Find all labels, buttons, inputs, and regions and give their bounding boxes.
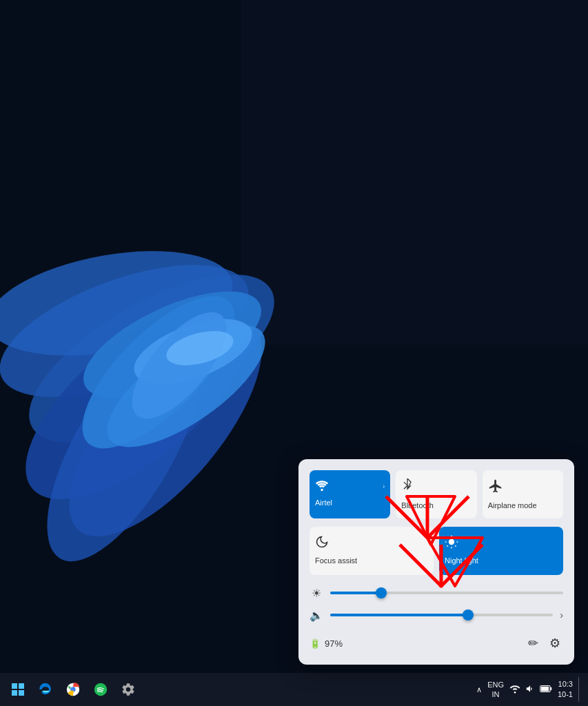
chrome-icon[interactable] — [61, 677, 85, 702]
taskbar: ∧ ENG IN — [0, 673, 588, 706]
night-light-icon — [445, 535, 458, 552]
svg-rect-21 — [19, 683, 24, 689]
airplane-toggle[interactable]: Airplane mode — [483, 470, 563, 518]
tray-wifi-icon[interactable] — [509, 684, 520, 696]
edge-icon[interactable] — [33, 677, 58, 702]
wifi-icon — [315, 478, 329, 494]
svg-rect-20 — [12, 683, 17, 689]
focus-icon — [315, 535, 329, 552]
battery-icon: 🔋 — [310, 638, 321, 649]
svg-rect-1 — [241, 0, 588, 345]
battery-info: 🔋 97% — [310, 638, 343, 649]
show-desktop-button[interactable] — [578, 677, 582, 702]
brightness-track[interactable] — [330, 592, 563, 594]
volume-fill — [330, 614, 468, 616]
volume-chevron[interactable]: › — [560, 609, 563, 621]
taskbar-right: ∧ ENG IN — [476, 677, 582, 702]
date-display: 10-1 — [558, 689, 573, 700]
bluetooth-icon — [401, 478, 414, 497]
svg-point-27 — [514, 692, 516, 694]
volume-icon: 🔈 — [310, 609, 323, 622]
svg-rect-22 — [12, 690, 17, 696]
svg-rect-23 — [19, 690, 24, 696]
panel-actions: ✏ ⚙ — [525, 633, 563, 654]
sliders-section: ☀ 🔈 › — [310, 586, 563, 622]
airplane-icon — [488, 478, 503, 497]
wifi-chevron: › — [383, 483, 385, 490]
night-light-toggle[interactable]: Night light — [439, 527, 563, 575]
settings-button[interactable]: ⚙ — [547, 633, 563, 654]
tray-battery-icon[interactable] — [540, 684, 552, 695]
panel-bottom: 🔋 97% ✏ ⚙ — [310, 633, 563, 654]
svg-rect-29 — [541, 687, 549, 692]
night-light-label: Night light — [445, 556, 478, 565]
clock-display[interactable]: 10:3 10-1 — [558, 679, 573, 700]
wifi-toggle[interactable]: › Airtel — [310, 470, 390, 518]
brightness-thumb[interactable] — [376, 587, 387, 598]
airplane-label: Airplane mode — [488, 501, 537, 510]
lang-text: ENG — [487, 680, 504, 689]
quick-toggles-row1: › Airtel Bluetooth — [310, 470, 563, 518]
quick-toggles-row2: Focus assist Night light — [310, 527, 563, 575]
taskbar-left — [6, 677, 141, 702]
brightness-slider-container — [330, 586, 563, 600]
spotify-icon[interactable] — [88, 677, 113, 702]
language-indicator[interactable]: ENG IN — [487, 680, 504, 700]
volume-thumb[interactable] — [463, 609, 474, 621]
svg-point-15 — [449, 539, 454, 545]
volume-track[interactable] — [330, 614, 553, 616]
bluetooth-label: Bluetooth — [401, 501, 433, 510]
quick-settings-panel: › Airtel Bluetooth — [298, 459, 574, 665]
brightness-icon: ☀ — [310, 587, 323, 600]
taskbar-settings-icon[interactable] — [116, 677, 141, 702]
brightness-slider-row: ☀ — [310, 586, 563, 600]
time-display: 10:3 — [558, 679, 573, 689]
tray-chevron[interactable]: ∧ — [476, 685, 482, 694]
start-button[interactable] — [6, 677, 30, 702]
svg-point-14 — [321, 489, 323, 491]
svg-rect-30 — [550, 687, 551, 691]
volume-slider-row: 🔈 › — [310, 608, 563, 622]
tray-volume-icon[interactable] — [525, 684, 536, 696]
battery-percent: 97% — [325, 638, 343, 649]
region-text: IN — [487, 689, 504, 699]
edit-button[interactable]: ✏ — [525, 633, 541, 654]
focus-label: Focus assist — [315, 556, 357, 565]
volume-slider-container — [330, 608, 553, 622]
brightness-fill — [330, 592, 381, 594]
bluetooth-toggle[interactable]: Bluetooth — [396, 470, 476, 518]
focus-assist-toggle[interactable]: Focus assist — [310, 527, 434, 575]
wifi-label: Airtel — [315, 498, 332, 507]
system-tray — [509, 684, 552, 696]
